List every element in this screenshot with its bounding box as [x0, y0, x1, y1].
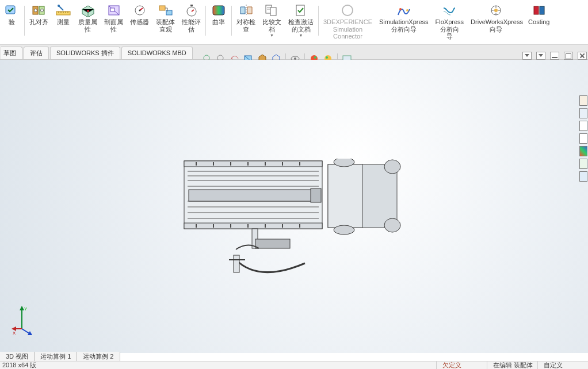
simxpress-icon: [396, 3, 412, 17]
model-view[interactable]: [178, 159, 408, 291]
svg-rect-65: [230, 224, 231, 228]
tab-label: 草图: [3, 49, 16, 57]
ribbon-separator: [205, 6, 206, 36]
tab-label: 运动算例 2: [83, 353, 113, 360]
maximize-icon[interactable]: [564, 52, 573, 60]
taskpane-view-palette-icon[interactable]: [579, 133, 587, 144]
tab-sw-addins[interactable]: SOLIDWORKS 插件: [50, 47, 120, 59]
ribbon-btn-symmetry-check[interactable]: 对称检 查: [233, 3, 259, 33]
svg-rect-59: [247, 162, 249, 166]
tab-evaluate[interactable]: 评估: [24, 47, 49, 59]
ribbon-btn-asm-visual[interactable]: 装配体 直观: [152, 3, 178, 33]
ribbon-btn-mass-props[interactable]: 质量属 性: [75, 3, 101, 33]
ribbon-label: 质量属 性: [78, 18, 97, 33]
ribbon-label: SimulationXpress 分析向导: [379, 18, 429, 33]
taskpane-custom-props-icon[interactable]: [579, 159, 587, 169]
svg-point-4: [40, 9, 43, 12]
symmetry-icon: [238, 3, 254, 17]
svg-rect-58: [230, 162, 231, 166]
ribbon-btn-hole-align[interactable]: 孔对齐: [26, 3, 52, 26]
svg-rect-63: [196, 224, 197, 228]
tab-label: 评估: [30, 49, 43, 57]
ribbon-btn-check-active[interactable]: 检查激活 的文档 ▼: [285, 3, 317, 37]
svg-rect-25: [534, 6, 539, 14]
floxpress-icon: [441, 3, 457, 17]
tab-sw-mbd[interactable]: SOLIDWORKS MBD: [121, 47, 193, 59]
ribbon-btn-compare-docs[interactable]: 比较文 档 ▼: [259, 3, 285, 37]
svg-rect-57: [213, 162, 214, 166]
taskpane-appearances-icon[interactable]: [579, 146, 587, 156]
minimize-icon[interactable]: [550, 52, 559, 60]
task-pane-tabs: [579, 95, 588, 182]
ribbon-btn-dwxpress[interactable]: DriveWorksXpress 向导: [467, 3, 525, 33]
svg-point-39: [334, 159, 354, 167]
svg-rect-26: [540, 6, 544, 14]
svg-point-11: [139, 10, 140, 11]
curvature-icon: [211, 3, 227, 17]
check-cube-icon: [3, 3, 20, 17]
svg-rect-45: [184, 223, 322, 229]
ribbon-label: 3DEXPERIENCE Simulation Connector: [323, 18, 372, 40]
ribbon-btn-verify[interactable]: 验: [0, 3, 23, 26]
svg-rect-19: [296, 5, 304, 16]
taskpane-library-icon[interactable]: [579, 121, 587, 131]
axis-y-label: Y: [24, 306, 28, 312]
svg-rect-38: [328, 164, 362, 228]
svg-rect-9: [110, 8, 114, 11]
ribbon-separator: [231, 6, 232, 36]
ribbon-label: 比较文 档: [262, 18, 281, 33]
svg-rect-56: [196, 162, 197, 166]
tab-drawing[interactable]: 草图: [1, 47, 22, 59]
mass-props-icon: [80, 3, 96, 17]
status-custom: 自定义: [537, 361, 583, 369]
compare-docs-icon: [264, 3, 280, 17]
svg-rect-61: [282, 162, 283, 166]
ribbon-separator: [24, 6, 25, 36]
taskpane-resources-icon[interactable]: [579, 108, 587, 118]
chevron-down-icon: ▼: [299, 33, 303, 37]
status-editing: 在编辑 装配体: [487, 361, 533, 369]
svg-point-22: [406, 9, 408, 11]
ribbon-btn-costing[interactable]: Costing: [525, 3, 553, 26]
svg-rect-15: [190, 5, 193, 6]
svg-rect-18: [270, 7, 276, 16]
close-icon[interactable]: [578, 52, 587, 60]
orientation-triad[interactable]: Y X: [12, 305, 46, 336]
ribbon-btn-sensors[interactable]: 传感器: [127, 3, 152, 26]
ribbon-btn-curvature[interactable]: 曲率: [207, 3, 230, 26]
prev-doc-icon[interactable]: [522, 52, 532, 60]
tab-label: SOLIDWORKS MBD: [128, 49, 186, 56]
status-underdefined: 欠定义: [436, 361, 482, 369]
svg-point-40: [334, 225, 354, 235]
svg-point-7: [87, 10, 89, 12]
ribbon-btn-perf-eval[interactable]: 性能评 估: [178, 3, 204, 33]
chevron-down-icon: ▼: [270, 33, 274, 37]
taskpane-forum-icon[interactable]: [579, 171, 587, 182]
stopwatch-icon: [184, 3, 200, 17]
ribbon-label: FloXpress 分析向 导: [436, 18, 464, 40]
svg-point-24: [494, 9, 498, 12]
ribbon-btn-floxpress[interactable]: FloXpress 分析向 导: [432, 3, 468, 40]
graphics-area[interactable]: Y X: [0, 60, 588, 353]
svg-rect-44: [184, 161, 322, 167]
ribbon-label: 性能评 估: [182, 18, 201, 33]
ruler-icon: [55, 3, 71, 17]
ribbon-btn-measure[interactable]: 测量: [52, 3, 75, 26]
status-version: 2018 x64 版: [0, 361, 436, 369]
ribbon-label: 传感器: [130, 18, 149, 26]
axis-x-label: X: [13, 330, 16, 336]
tab-label: 运动算例 1: [40, 353, 71, 360]
ribbon-label: 验: [9, 18, 15, 26]
ribbon-label: 测量: [57, 18, 70, 26]
ribbon-label: 检查激活 的文档: [288, 18, 314, 33]
svg-rect-16: [213, 6, 224, 15]
ribbon-btn-section-props[interactable]: 剖面属 性: [101, 3, 127, 33]
status-bar: 2018 x64 版 欠定义 在编辑 装配体 自定义: [0, 361, 588, 369]
ribbon-label: DriveWorksXpress 向导: [471, 18, 521, 33]
ribbon-toolbar: 验 孔对齐 测量 质量属 性 剖面属 性 传感器 装配体 直观 性能评 估 曲率…: [0, 0, 588, 45]
next-doc-icon[interactable]: [536, 52, 545, 60]
svg-rect-64: [213, 224, 214, 228]
taskpane-home-icon[interactable]: [579, 95, 587, 106]
ribbon-btn-simxpress[interactable]: SimulationXpress 分析向导: [376, 3, 432, 33]
3dexp-icon: [339, 3, 356, 17]
